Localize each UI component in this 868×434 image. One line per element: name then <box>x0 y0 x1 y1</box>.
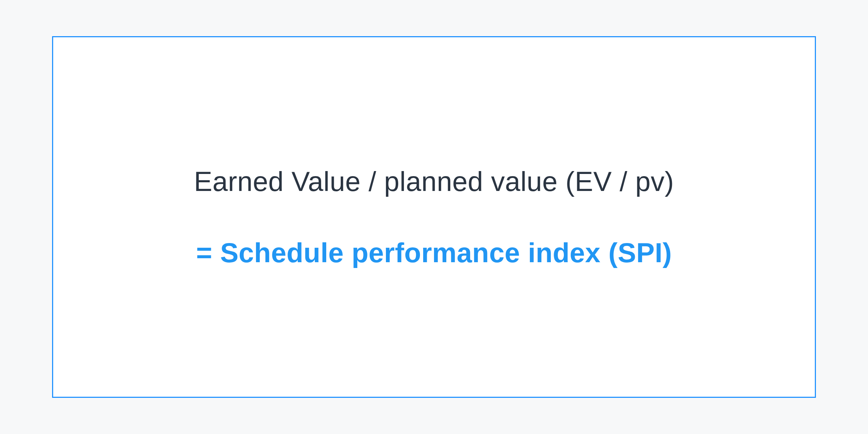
formula-line-1: Earned Value / planned value (EV / pv) <box>194 166 674 197</box>
formula-line-2: = Schedule performance index (SPI) <box>196 237 672 268</box>
formula-card: Earned Value / planned value (EV / pv) =… <box>52 36 816 398</box>
